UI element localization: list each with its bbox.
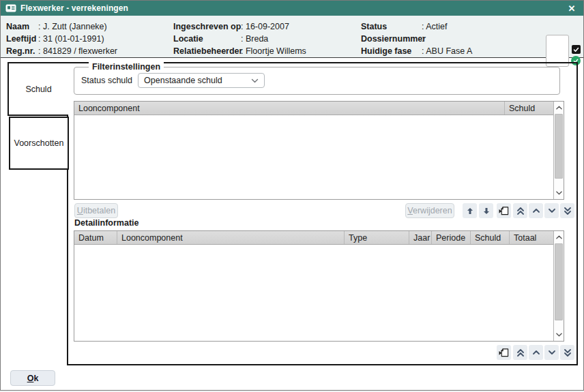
person-header: Naam: J. Zutt (Janneke) Leeftijd: 31 (01… <box>1 16 583 58</box>
ok-button[interactable]: Ok <box>10 370 55 386</box>
schuld-table: Looncomponent Schuld <box>74 101 564 200</box>
detail-table-header: Datum Looncomponent Type Jaar Periode Sc… <box>74 231 553 245</box>
field-label: Ingeschreven op <box>173 20 241 33</box>
column-header-schuld: Schuld <box>471 231 510 244</box>
chevron-up-icon <box>533 350 540 355</box>
chevron-down-icon[interactable] <box>554 187 564 198</box>
field-value: : J. Zutt (Janneke) <box>38 20 107 33</box>
last-record-button[interactable] <box>560 345 574 360</box>
arrow-down-icon <box>483 207 490 215</box>
tab-label: Voorschotten <box>14 138 64 148</box>
close-icon[interactable]: ✕ <box>565 1 579 16</box>
field-label: Relatiebeheerder <box>173 45 241 57</box>
schuld-table-scrollbar[interactable] <box>553 102 564 199</box>
chevron-up-icon[interactable] <box>554 232 564 243</box>
field-value: : <box>422 33 424 45</box>
new-record-button[interactable] <box>497 345 511 360</box>
chevron-up-icon <box>533 209 540 213</box>
scrollbar-thumb[interactable] <box>555 243 563 320</box>
column-header-schuld: Schuld <box>505 102 553 115</box>
first-record-button[interactable] <box>513 203 527 218</box>
window-title: Flexwerker - verrekeningen <box>20 3 128 13</box>
tab-label: Schuld <box>25 85 51 94</box>
document-arrow-icon <box>499 206 509 215</box>
field-value: : 841829 / flexwerker <box>38 45 117 57</box>
chevron-up-icon[interactable] <box>554 102 564 113</box>
double-chevron-up-icon <box>517 349 524 357</box>
filter-fieldset: Filterinstellingen Status schuld Opensta… <box>74 67 560 95</box>
header-column-3: Status: Actief Dossiernummer: Huidige fa… <box>361 20 472 57</box>
column-header-jaar: Jaar <box>409 231 432 244</box>
scrollbar-thumb[interactable] <box>555 114 563 179</box>
double-chevron-down-icon <box>564 349 571 357</box>
double-chevron-up-icon <box>517 207 524 215</box>
column-header-looncomponent: Looncomponent <box>117 231 345 244</box>
flexwerker-card-icon <box>5 4 16 12</box>
verwijderen-button[interactable]: Verwijderen <box>405 203 454 218</box>
green-check-circle-icon <box>571 56 581 65</box>
photo-placeholder <box>546 35 569 67</box>
flexwerker-dialog: Flexwerker - verrekeningen ✕ Naam: J. Zu… <box>0 0 584 391</box>
tab-schuld[interactable]: Schuld <box>8 62 68 116</box>
chevron-down-icon <box>251 78 259 83</box>
new-record-button[interactable] <box>497 203 511 218</box>
next-record-button[interactable] <box>544 345 559 360</box>
uitbetalen-button[interactable]: Uitbetalen <box>74 203 118 218</box>
move-up-button[interactable] <box>463 203 477 218</box>
double-chevron-down-icon <box>564 207 571 215</box>
status-schuld-dropdown[interactable]: Openstaande schuld <box>138 73 265 88</box>
field-value: : 16-09-2007 <box>241 20 289 33</box>
next-record-button[interactable] <box>544 203 559 218</box>
status-schuld-label: Status schuld <box>81 76 132 85</box>
field-label: Reg.nr. <box>6 45 38 57</box>
column-header-totaal: Totaal <box>510 231 553 244</box>
header-column-2: Ingeschreven op: 16-09-2007 Locatie: Bre… <box>173 20 306 57</box>
dropdown-value: Openstaande schuld <box>144 76 222 85</box>
detail-table-scrollbar[interactable] <box>553 231 564 341</box>
column-header-periode: Periode <box>432 231 471 244</box>
previous-record-button[interactable] <box>529 203 543 218</box>
field-label: Leeftijd <box>6 33 38 45</box>
first-record-button[interactable] <box>513 345 527 360</box>
last-record-button[interactable] <box>560 203 574 218</box>
tab-voorschotten[interactable]: Voorschotten <box>9 117 69 170</box>
field-label: Status <box>361 20 422 33</box>
arrow-up-icon <box>467 207 473 215</box>
column-header-looncomponent: Looncomponent <box>74 102 505 115</box>
fieldset-legend: Filterinstellingen <box>89 62 164 72</box>
column-header-datum: Datum <box>74 231 117 244</box>
field-value: : Floortje Willems <box>241 45 306 57</box>
chevron-down-icon[interactable] <box>554 329 564 340</box>
field-label: Huidige fase <box>361 45 422 57</box>
chevron-down-icon <box>549 350 555 355</box>
document-arrow-icon <box>499 348 509 357</box>
field-value: : 31 (01-01-1991) <box>38 33 104 45</box>
detail-table: Datum Looncomponent Type Jaar Periode Sc… <box>74 230 564 342</box>
detailinformatie-label: Detailinformatie <box>74 218 138 228</box>
field-label: Locatie <box>173 33 241 45</box>
titlebar: Flexwerker - verrekeningen ✕ <box>1 1 583 16</box>
field-value: : Breda <box>241 33 268 45</box>
field-label: Naam <box>6 20 38 33</box>
schuld-table-body[interactable] <box>74 115 553 199</box>
column-header-type: Type <box>345 231 409 244</box>
header-column-1: Naam: J. Zutt (Janneke) Leeftijd: 31 (01… <box>6 20 117 57</box>
detail-table-body[interactable] <box>74 245 553 341</box>
field-label: Dossiernummer <box>361 33 422 45</box>
chevron-down-icon <box>549 209 555 213</box>
move-down-button[interactable] <box>479 203 493 218</box>
field-value: : ABU Fase A <box>422 45 472 57</box>
previous-record-button[interactable] <box>529 345 543 360</box>
black-checkbox-check-icon[interactable] <box>572 45 581 54</box>
field-value: : Actief <box>422 20 448 33</box>
schuld-table-header: Looncomponent Schuld <box>74 102 553 115</box>
